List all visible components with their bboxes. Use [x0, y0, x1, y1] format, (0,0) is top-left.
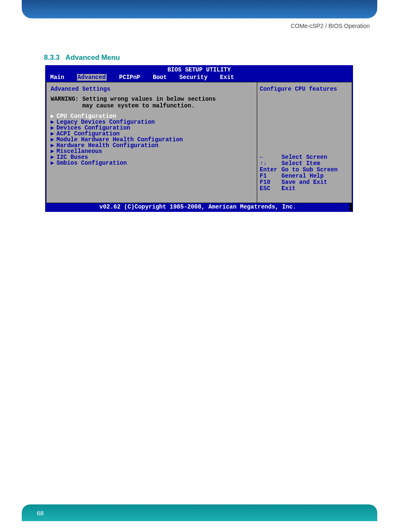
- key-row: F10Save and Exit: [260, 179, 349, 186]
- key-desc: Exit: [281, 185, 296, 192]
- triangle-right-icon: ▶: [51, 148, 56, 154]
- menu-item-acpi-config[interactable]: ▶ACPI Configuration: [51, 131, 253, 137]
- key-legend: ←Select Screen ↑↓Select Item EnterGo to …: [260, 154, 349, 199]
- bios-title: BIOS SETUP UTILITY: [46, 66, 352, 74]
- menu-item-legacy-devices[interactable]: ▶Legacy Devices Configuration: [51, 119, 253, 125]
- warning-label: WARNING:: [51, 96, 79, 102]
- tab-pcipnp[interactable]: PCIPnP: [119, 74, 140, 81]
- menu-item-hw-health[interactable]: ▶Hardware Health Configuration: [51, 143, 253, 148]
- key-row: ←Select Screen: [260, 154, 349, 160]
- key-row: ESCExit: [260, 186, 349, 192]
- page-footer-bar: 68: [22, 504, 377, 521]
- section-heading: 8.3.3 Advanced Menu: [44, 53, 120, 62]
- key-desc: Select Screen: [281, 154, 327, 160]
- advanced-warning: WARNING: Setting wrong values in below s…: [51, 96, 253, 109]
- tab-boot[interactable]: Boot: [153, 74, 167, 81]
- triangle-right-icon: ▶: [51, 154, 56, 160]
- triangle-right-icon: ▶: [51, 160, 56, 166]
- key-desc: Save and Exit: [281, 179, 327, 186]
- key-f10: F10: [260, 179, 281, 186]
- header-breadcrumb: COMe-cSP2 / BIOS Operation: [291, 23, 370, 29]
- triangle-right-icon: ▶: [51, 113, 56, 119]
- bios-window: BIOS SETUP UTILITY Main Advanced PCIPnP …: [45, 65, 353, 212]
- key-enter: Enter: [260, 167, 281, 173]
- page-number: 68: [37, 509, 44, 517]
- tab-security[interactable]: Security: [179, 74, 207, 81]
- bios-tab-bar: Main Advanced PCIPnP Boot Security Exit: [46, 74, 352, 82]
- advanced-settings-title: Advanced Settings: [51, 86, 253, 92]
- key-row: F1General Help: [260, 173, 349, 179]
- key-row: EnterGo to Sub Screen: [260, 167, 349, 173]
- warning-line1: Setting wrong values in below sections: [82, 96, 216, 102]
- key-desc: Go to Sub Screen: [281, 166, 338, 173]
- submenu-list: ▶CPU Configuration ▶Legacy Devices Confi…: [51, 113, 253, 166]
- key-esc: ESC: [260, 186, 281, 192]
- triangle-right-icon: ▶: [51, 137, 56, 143]
- menu-item-smbios-config[interactable]: ▶Smbios Configuration: [51, 160, 253, 166]
- top-header-bar: [22, 0, 377, 18]
- bios-footer: v02.62 (C)Copyright 1985-2008, American …: [46, 203, 352, 211]
- tab-main[interactable]: Main: [50, 74, 64, 81]
- key-row: ↑↓Select Item: [260, 160, 349, 167]
- bios-right-pane: Configure CPU features ←Select Screen ↑↓…: [257, 82, 352, 203]
- tab-exit[interactable]: Exit: [220, 74, 234, 81]
- menu-item-devices-config[interactable]: ▶Devices Configuration: [51, 125, 253, 131]
- triangle-right-icon: ▶: [51, 125, 56, 131]
- key-desc: General Help: [281, 173, 324, 179]
- key-desc: Select Item: [281, 160, 320, 167]
- triangle-right-icon: ▶: [51, 143, 56, 148]
- section-number: 8.3.3: [44, 53, 60, 61]
- menu-item-cpu-config[interactable]: ▶CPU Configuration: [51, 113, 253, 119]
- bios-body: Advanced Settings WARNING: Setting wrong…: [46, 82, 352, 203]
- context-help: Configure CPU features: [260, 86, 349, 92]
- key-left-icon: ←: [260, 154, 281, 160]
- bios-left-pane: Advanced Settings WARNING: Setting wrong…: [46, 82, 257, 203]
- tab-advanced[interactable]: Advanced: [77, 74, 107, 81]
- menu-item-misc[interactable]: ▶Miscellaneous: [51, 148, 253, 154]
- menu-item-module-hw-health[interactable]: ▶Module Hardware Health Configuration: [51, 137, 253, 143]
- section-title: Advanced Menu: [65, 53, 120, 61]
- warning-line2: may cause system to malfunction.: [82, 102, 195, 109]
- key-updown-icon: ↑↓: [260, 160, 281, 167]
- menu-item-i2c-buses[interactable]: ▶I2C Buses: [51, 154, 253, 160]
- triangle-right-icon: ▶: [51, 131, 56, 137]
- key-f1: F1: [260, 173, 281, 179]
- triangle-right-icon: ▶: [51, 119, 56, 125]
